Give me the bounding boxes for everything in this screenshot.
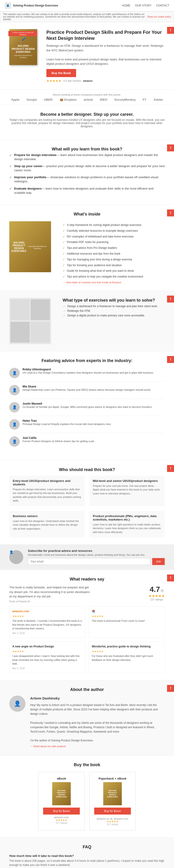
amazon-logo: amazon	[83, 80, 93, 82]
share-button[interactable]: f	[167, 27, 174, 34]
book-cover: A New Version is 20% off Amazon 🖊️ SOLVI…	[9, 29, 37, 65]
review-card-2: 📚 ★★★★★ This book is phenomenal! From co…	[89, 606, 165, 638]
logo[interactable]: 📘 Solving Product Design Exercises	[5, 2, 58, 9]
learn-item-2: Step up your career— practice your produ…	[9, 164, 165, 173]
cookie-text: This website uses cookies. We use cookie…	[3, 13, 145, 21]
logo-icon: 📘	[5, 2, 11, 9]
paperback-amazon-1: amazon.co.uk	[97, 817, 113, 820]
inside-item-7: Tips for managing your time during a des…	[63, 258, 165, 261]
rating-stars: ★★★★★	[46, 79, 61, 83]
hero-rating: ★★★★★ 4.5 star reviews amazon	[46, 79, 165, 83]
ebook-buy-button[interactable]: Buy for $xxxx	[43, 808, 80, 814]
cookie-link[interactable]: Read our cookie policy	[148, 16, 171, 18]
ebook-review-count: 127 ratings	[43, 822, 80, 824]
book-icon: 🖊️	[20, 37, 26, 42]
review-text-4: For those who are frustrated after they …	[92, 654, 162, 662]
brand-ideo: IDEO	[100, 98, 107, 101]
brand-uber: UBER	[44, 98, 53, 101]
review-card-1: amazon.com ★★★★★ The book is fantastic. …	[9, 606, 85, 638]
learn-list: Prepare for design interviews— learn abo…	[9, 153, 165, 195]
what-learn-section: What will you learn from this book? Prep…	[0, 140, 174, 205]
share-button-8[interactable]: f	[167, 685, 174, 692]
brand-airbnb: airbnb	[84, 98, 93, 101]
hero-content: Practice Product Design Skills and Prepa…	[46, 29, 165, 83]
see-more-link[interactable]: → View table of contents and look inside…	[63, 281, 165, 284]
expert-2-quote: Design leadership coach (ex-Pinterest, S…	[23, 388, 151, 392]
faq-item-1: How much time will it take to read this …	[9, 854, 165, 868]
learn-item-4-label: Evaluate designers	[14, 187, 42, 190]
whats-inside-title: What's inside	[9, 212, 165, 217]
exercises-section: What type of exercises will you learn to…	[0, 291, 174, 351]
featuring-section: Featuring advice from experts in the ind…	[0, 351, 174, 460]
who-card-2-text: Prepare for your next job move. Get new …	[93, 484, 161, 496]
buy-options: eBook SOLVINGPRODUCTDESIGNEXERCISES Buy …	[9, 772, 165, 831]
inside-content: A step framework for solving digital pro…	[63, 221, 165, 284]
header: 📘 Solving Product Design Exercises HOME …	[0, 0, 174, 11]
ebook-amazon: amazon.com	[43, 816, 80, 819]
learn-item-1-label: Prepare for design interviews	[14, 153, 56, 157]
review-source-3: A new angle on Product Design	[12, 644, 82, 649]
review-stars-2: ★★★★★	[92, 614, 162, 618]
subscribe-form: Join	[28, 558, 165, 565]
share-button-5[interactable]: f	[167, 356, 174, 363]
share-button-2[interactable]: f	[167, 145, 174, 151]
become-better-section: Become a better designer. Step up your c…	[0, 105, 174, 140]
buy-book-button[interactable]: Buy the Book	[46, 69, 76, 77]
subscribe-button[interactable]: Join	[152, 558, 165, 565]
expert-5-name: Joel Califa	[23, 436, 95, 439]
exercise-item-2: Redesign the ATM.	[63, 309, 165, 312]
expert-3-name: Justin Maxwell	[23, 402, 152, 405]
author-link[interactable]: → Read about my side projects	[30, 744, 165, 749]
rating-score-display: 4.7 /5	[148, 585, 165, 594]
share-button-6[interactable]: f	[167, 465, 174, 472]
buy-card-ebook: eBook SOLVINGPRODUCTDESIGNEXERCISES Buy …	[38, 772, 85, 831]
reviews-section: What readers say The book is really fant…	[0, 570, 174, 680]
expert-3-content: Justin Maxwell Co-founder at Semble (ex-…	[23, 402, 152, 409]
author-section: About the author 👤 Artiom Dashinsky Hey!…	[0, 680, 174, 755]
paperback-type: Paperback + eBook	[94, 777, 131, 780]
expert-3: 👤 Justin Maxwell Co-founder at Semble (e…	[9, 402, 165, 416]
book-subtitle: Interview Questions & Answers	[11, 54, 35, 59]
expert-2: 👤 Mia Shane Design leadership coach (ex-…	[9, 385, 165, 399]
ebook-image: SOLVINGPRODUCTDESIGNEXERCISES	[52, 782, 71, 805]
exercises-content: What type of exercises will you learn to…	[63, 298, 165, 318]
expert-4-name: Helen Tran	[23, 419, 111, 423]
who-card-4: Product professionals (PMs, engineers, d…	[89, 511, 165, 538]
paperback-buy-button[interactable]: Buy for $xxxx	[94, 808, 131, 814]
review-stars-3: ★★★★★	[12, 650, 82, 653]
review-card-4: Wonderful, practice guide to design thin…	[89, 641, 165, 673]
buy-book-title: Buy the book	[9, 763, 165, 767]
author-section-title: About the author	[9, 687, 165, 692]
subscribe-email-input[interactable]	[28, 558, 150, 565]
nav-home[interactable]: HOME	[122, 4, 130, 7]
hero-subtitle: Redesign an ATM. Design a dashboard for …	[46, 43, 165, 66]
review-stars-4: ★★★★★	[92, 650, 162, 653]
share-button-4[interactable]: f	[167, 296, 174, 303]
book-cover-container: A New Version is 20% off Amazon 🖊️ SOLVI…	[9, 29, 40, 65]
book-promo-tag: A New Version is 20% off Amazon	[8, 31, 37, 36]
inside-item-9: Guide for knowing what kind of work you …	[63, 269, 165, 273]
expert-1: 👤 Robby Uittenbogaard UX Lead at a Top D…	[9, 368, 165, 382]
who-card-3: Business owners Learn how to hire design…	[9, 511, 85, 538]
main-nav: HOME OUR STORY CONTACT	[122, 4, 169, 7]
expert-2-name: Mia Shane	[23, 385, 151, 388]
review-text-1: The book is fantastic. I recently I reco…	[12, 619, 82, 630]
share-button-7[interactable]: f	[167, 575, 174, 582]
subscribe-title: Subscribe for practical advice and resou…	[28, 549, 165, 553]
inside-item-3: 50+ examples of whiteboard and take-home…	[63, 235, 165, 239]
nav-our-story[interactable]: OUR STORY	[135, 4, 151, 7]
author-avatar: 👤	[9, 695, 26, 712]
ebook-type: eBook	[43, 777, 80, 780]
author-content: Artiom Dashinsky Hey! My name is Artiom …	[30, 695, 165, 748]
share-button-3[interactable]: f	[167, 210, 174, 216]
expert-1-quote: UX Lead at a Top Design Consultancy expl…	[23, 371, 154, 374]
review-source-4: Wonderful, practice guide to design thin…	[92, 644, 162, 649]
inside-item-2: Carefully selected resources to example …	[63, 229, 165, 233]
review-stars-1: ★★★★★	[12, 614, 82, 618]
who-grid: Entry-level UI/UX/product designers and …	[9, 476, 165, 538]
become-better-title: Become a better designer. Step up your c…	[9, 112, 165, 117]
expert-3-avatar: 👤	[9, 402, 20, 412]
exercises-list: Design a dashboard for a freelancer to m…	[63, 305, 165, 317]
who-card-2-title: Mid-level and senior UI/UX/product desig…	[93, 479, 161, 483]
nav-contact[interactable]: CONTACT	[156, 4, 169, 7]
